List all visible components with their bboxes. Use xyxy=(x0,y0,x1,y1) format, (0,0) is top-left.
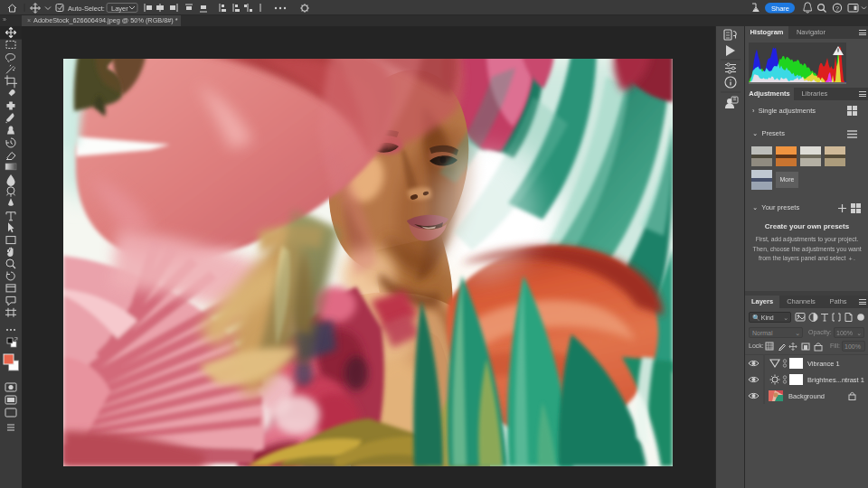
svg-text:?: ? xyxy=(835,5,839,12)
svg-text:Auto-Select:: Auto-Select: xyxy=(68,5,105,13)
svg-text:Background: Background xyxy=(788,392,825,400)
svg-text:Brightnes...ntrast 1: Brightnes...ntrast 1 xyxy=(807,376,864,384)
svg-text:Layer: Layer xyxy=(111,5,128,13)
svg-text:Vibrance 1: Vibrance 1 xyxy=(807,360,840,368)
svg-text:Share: Share xyxy=(771,5,789,13)
